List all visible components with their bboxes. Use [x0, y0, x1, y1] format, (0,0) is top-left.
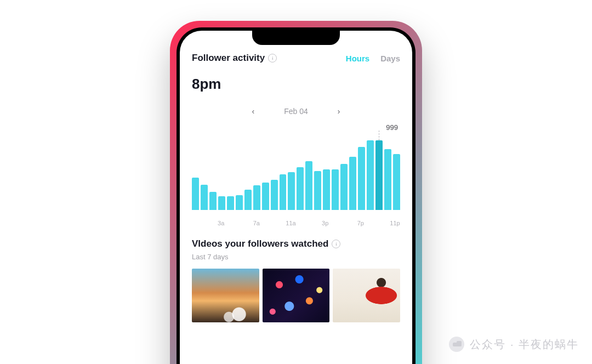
videos-title-row: VIdeos your followers watched i: [192, 238, 400, 249]
watermark-text: 公众号 · 半夜的蜗牛: [470, 337, 579, 352]
chart-bar[interactable]: [367, 140, 374, 210]
x-axis-tick: 11a: [286, 220, 295, 226]
chart-bar[interactable]: [349, 157, 356, 210]
chart-bars[interactable]: [192, 133, 400, 210]
notch: [252, 31, 340, 45]
time-tabs: Hours Days: [346, 54, 400, 63]
video-thumb[interactable]: [333, 269, 400, 322]
chart-bar[interactable]: [192, 178, 199, 210]
videos-section: VIdeos your followers watched i Last 7 d…: [192, 238, 400, 322]
x-axis-tick: 7a: [253, 220, 260, 226]
chart-bar[interactable]: [340, 164, 348, 210]
chart-bar[interactable]: [297, 167, 304, 210]
chart-bar[interactable]: [201, 185, 208, 210]
chevron-left-icon[interactable]: ‹: [252, 107, 255, 116]
chart-bar[interactable]: [314, 171, 321, 210]
date-label: Feb 04: [284, 107, 308, 116]
video-thumb[interactable]: [263, 269, 330, 322]
chevron-right-icon[interactable]: ›: [338, 107, 340, 116]
selected-hour: 8pm: [192, 76, 400, 93]
x-axis-tick: 3a: [218, 220, 224, 226]
phone-frame: Follower activity i Hours Days 8pm ‹ Feb…: [170, 21, 422, 364]
x-axis-tick: 7p: [357, 220, 364, 226]
wechat-icon: [449, 337, 464, 352]
chart-bar[interactable]: [280, 174, 287, 210]
chart-bar[interactable]: [384, 149, 391, 210]
chart-bar[interactable]: [218, 196, 225, 210]
videos-title: VIdeos your followers watched: [192, 238, 328, 249]
selected-bar-value: 999: [386, 123, 398, 132]
chart-bar[interactable]: [236, 195, 243, 210]
info-icon[interactable]: i: [268, 54, 277, 62]
chart-bar[interactable]: [253, 185, 260, 210]
chart-bar[interactable]: [262, 183, 269, 210]
phone-bezel: Follower activity i Hours Days 8pm ‹ Feb…: [177, 27, 415, 364]
activity-chart: 999 3a7a11a3p7p11p: [192, 123, 400, 220]
date-nav: ‹ Feb 04 ›: [192, 107, 400, 116]
title-wrap: Follower activity i: [192, 53, 277, 64]
watermark: 公众号 · 半夜的蜗牛: [449, 337, 579, 352]
videos-subtitle: Last 7 days: [192, 253, 400, 261]
screen: Follower activity i Hours Days 8pm ‹ Feb…: [180, 31, 412, 364]
video-thumbs: [192, 269, 400, 322]
chart-bar[interactable]: [244, 190, 252, 210]
chart-bar[interactable]: [209, 192, 217, 210]
chart-bar[interactable]: [288, 172, 295, 210]
video-thumb[interactable]: [192, 269, 259, 322]
section-title: Follower activity: [192, 53, 265, 64]
chart-bar[interactable]: [358, 147, 365, 210]
x-axis-tick: 3p: [322, 220, 328, 226]
chart-bar[interactable]: [271, 180, 278, 210]
header-row: Follower activity i Hours Days: [192, 53, 400, 64]
screen-content: Follower activity i Hours Days 8pm ‹ Feb…: [180, 31, 412, 322]
chart-bar[interactable]: [227, 196, 234, 210]
tab-days[interactable]: Days: [380, 54, 400, 63]
info-icon[interactable]: i: [332, 240, 340, 248]
chart-bar[interactable]: [305, 161, 312, 210]
chart-bar[interactable]: [332, 169, 339, 210]
chart-bar[interactable]: [323, 169, 330, 210]
chart-bar[interactable]: [393, 154, 400, 210]
tab-hours[interactable]: Hours: [346, 54, 369, 63]
x-axis-tick: 11p: [390, 220, 400, 226]
chart-bar[interactable]: [375, 140, 383, 210]
